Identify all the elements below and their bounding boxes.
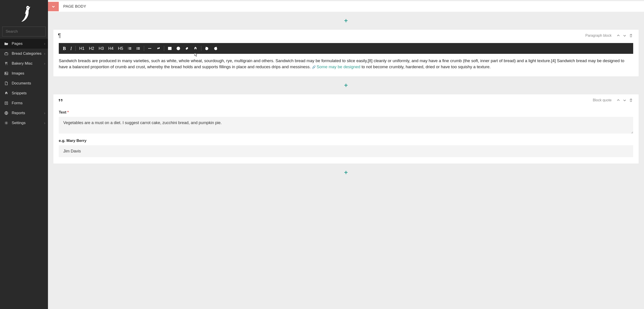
move-up-button[interactable] [616, 34, 620, 38]
block-type-label: Block quote [593, 98, 612, 102]
bird-logo-icon [17, 4, 31, 22]
ordered-list-button[interactable]: 123 [126, 43, 134, 54]
folder-open-icon [4, 42, 9, 46]
sidebar-item-label: Bread Categories [12, 51, 42, 56]
quote-attribution-label: e.g. Mary Berry [59, 138, 633, 143]
svg-rect-6 [5, 102, 8, 104]
add-block-button[interactable]: + [344, 169, 348, 176]
sidebar-item-label: Documents [12, 81, 31, 86]
sidebar-item-label: Settings [12, 121, 26, 125]
undo-button[interactable] [203, 43, 211, 54]
chevron-right-icon: › [44, 62, 45, 65]
embed-button[interactable] [174, 43, 182, 54]
h4-button[interactable]: H4 [106, 43, 116, 54]
break-button[interactable] [154, 43, 162, 54]
richtext-toolbar: B I H1 H2 H3 H4 H5 123 [59, 43, 633, 54]
move-down-button[interactable] [623, 98, 626, 102]
svg-rect-21 [168, 47, 171, 50]
h2-button[interactable]: H2 [87, 43, 96, 54]
logo [0, 0, 48, 24]
svg-rect-4 [5, 72, 8, 75]
sidebar-item-images[interactable]: Images [0, 68, 48, 78]
sidebar-item-label: Bakery Misc [12, 61, 33, 66]
hr-button[interactable] [146, 43, 154, 54]
sidebar-item-label: Pages [12, 42, 22, 46]
search-box[interactable] [2, 26, 46, 36]
inline-link-icon: 🔗 [312, 65, 316, 69]
chevron-down-icon [51, 4, 56, 8]
leaf-icon [4, 91, 9, 95]
sidebar-item-snippets[interactable]: Snippets [0, 88, 48, 98]
gear-icon [4, 121, 9, 125]
quote-attribution-input[interactable] [59, 145, 633, 157]
sidebar-item-forms[interactable]: Forms [0, 98, 48, 108]
italic-button[interactable]: I [68, 43, 74, 54]
svg-rect-18 [138, 48, 140, 49]
sidebar: Pages › Bread Categories › Bakery Misc ›… [0, 0, 48, 309]
sidebar-item-bread-categories[interactable]: Bread Categories › [0, 49, 48, 58]
globe-icon [4, 111, 9, 115]
chevron-right-icon: › [44, 111, 45, 115]
page-body-header: PAGE BODY [48, 1, 644, 12]
quote-block: Block quote Text* e.g. Mary Berry [53, 94, 638, 164]
paragraph-content[interactable]: Sandwich breads are produced in many var… [53, 54, 638, 76]
h5-button[interactable]: H5 [116, 43, 126, 54]
h3-button[interactable]: H3 [96, 43, 106, 54]
paragraph-text-after: to not become crumbly, hardened, dried o… [360, 64, 491, 69]
sidebar-item-pages[interactable]: Pages › [0, 39, 48, 49]
delete-block-button[interactable] [629, 98, 633, 102]
image-button[interactable] [166, 43, 174, 54]
sidebar-item-documents[interactable]: Documents [0, 78, 48, 88]
svg-rect-19 [138, 49, 140, 50]
add-block-button[interactable]: + [344, 17, 348, 24]
unordered-list-button[interactable] [134, 43, 142, 54]
page-body-title: PAGE BODY [59, 4, 86, 9]
image-icon [4, 72, 9, 76]
svg-point-0 [28, 7, 28, 8]
briefcase-icon [4, 52, 9, 56]
svg-point-14 [137, 47, 137, 48]
chevron-right-icon: › [44, 42, 45, 46]
nav: Pages › Bread Categories › Bakery Misc ›… [0, 39, 48, 128]
utensils-icon [4, 62, 9, 66]
h1-button[interactable]: H1 [77, 43, 87, 54]
file-icon [4, 81, 9, 85]
redo-button[interactable] [211, 43, 220, 54]
svg-rect-3 [5, 53, 8, 55]
sidebar-item-label: Reports [12, 111, 25, 115]
sidebar-item-label: Images [12, 71, 24, 76]
link-button[interactable] [182, 43, 191, 54]
main: PAGE BODY + ¶ Paragraph block B I H1 H2 … [48, 0, 644, 309]
chevron-right-icon: › [44, 52, 45, 56]
svg-text:3: 3 [128, 48, 128, 50]
svg-point-16 [137, 49, 137, 50]
n block-type-label: Paragraph block [585, 34, 612, 38]
move-down-button[interactable] [623, 34, 626, 38]
delete-block-button[interactable] [629, 34, 633, 38]
sidebar-item-settings[interactable]: Settings › [0, 118, 48, 128]
paragraph-block: ¶ Paragraph block B I H1 H2 H3 H4 H5 123 [53, 30, 638, 76]
pilcrow-icon: ¶ [58, 31, 61, 40]
quote-text-label: Text* [59, 110, 633, 115]
svg-rect-20 [148, 48, 151, 49]
quote-text-input[interactable] [59, 117, 633, 134]
inline-link[interactable]: Some may be designed [316, 64, 360, 69]
move-up-button[interactable] [616, 98, 620, 102]
sidebar-item-bakery-misc[interactable]: Bakery Misc › [0, 58, 48, 68]
sidebar-item-label: Snippets [12, 91, 26, 96]
sidebar-item-label: Forms [12, 101, 22, 106]
svg-point-10 [6, 122, 7, 124]
svg-rect-17 [138, 47, 140, 48]
document-button[interactable] [191, 43, 200, 54]
add-block-button[interactable]: + [344, 82, 348, 89]
form-icon [4, 101, 9, 105]
svg-point-15 [137, 48, 137, 49]
chevron-right-icon: › [44, 121, 45, 125]
collapse-toggle[interactable] [48, 2, 59, 11]
quote-icon [58, 96, 63, 105]
sidebar-item-reports[interactable]: Reports › [0, 108, 48, 118]
bold-button[interactable]: B [60, 43, 68, 54]
